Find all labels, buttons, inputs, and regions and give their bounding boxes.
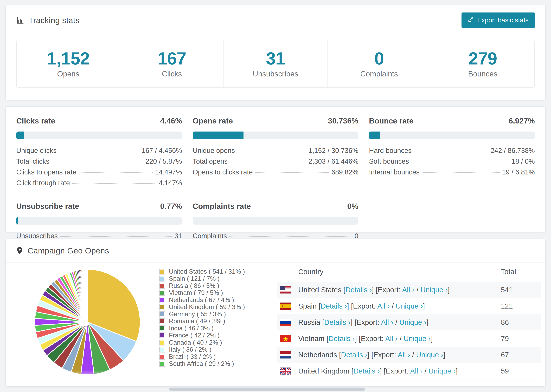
stat-row: Unique opens1,152 / 30.736% [193, 147, 359, 158]
dotted-leader [255, 172, 329, 173]
dotted-leader [422, 172, 500, 173]
summary-stat-value: 31 [266, 49, 285, 68]
country-flag-de [280, 382, 291, 386]
country-cell: United Kingdom [Details ›] [Export: All … [277, 367, 501, 375]
stat-row-value: 2,303 / 61.446% [309, 158, 358, 165]
export-basic-stats-button[interactable]: Export basic stats [461, 13, 535, 28]
stat-row-label: Unique opens [193, 147, 235, 154]
rate-value: 0% [347, 202, 358, 211]
rate-header: Bounce rate6.927% [369, 117, 535, 125]
details-link[interactable]: Details › [353, 367, 380, 375]
rate-block: Opens rate30.736%Unique opens1,152 / 30.… [193, 117, 359, 190]
legend-swatch [159, 354, 165, 360]
page-title: Tracking stats [28, 15, 80, 25]
legend-swatch [159, 283, 165, 289]
country-links: Vietnam [Details ›] [Export: All › / Uni… [298, 335, 433, 343]
legend-label: India ( 46 / 3% ) [169, 325, 213, 332]
table-row: United States [Details ›] [Export: All ›… [277, 282, 541, 298]
country-links: Netherlands [Details ›] [Export: All › /… [298, 351, 445, 359]
geo-title-wrap: Campaign Geo Opens [16, 246, 109, 255]
legend-item: Canada ( 40 / 2% ) [159, 339, 245, 346]
country-name: Russia [298, 318, 320, 326]
table-row: Spain [Details ›] [Export: All › / Uniqu… [277, 298, 541, 314]
rate-value: 6.927% [509, 117, 535, 125]
rate-value: 0.77% [160, 202, 182, 211]
legend-label: Germany ( 55 / 3% ) [169, 311, 226, 318]
rate-title: Complaints rate [193, 202, 251, 211]
stat-row: Soft bounces18 / 0% [369, 158, 535, 168]
legend-label: United Kingdom ( 59 / 3% ) [169, 303, 245, 311]
export-unique-link[interactable]: Unique › [404, 335, 431, 343]
legend-label: South Africa ( 29 / 2% ) [169, 360, 234, 367]
details-link[interactable]: Details › [324, 318, 351, 326]
column-header-country: Country [277, 268, 501, 276]
dotted-leader [52, 162, 143, 162]
summary-stat-value: 279 [468, 49, 497, 68]
rate-value: 30.736% [328, 117, 359, 125]
dotted-leader [414, 151, 488, 151]
export-all-link[interactable]: All › [402, 286, 414, 294]
export-all-link[interactable]: All › [410, 367, 423, 375]
export-all-link[interactable]: All › [398, 351, 410, 359]
legend-item: Spain ( 121 / 7% ) [159, 275, 245, 282]
export-unique-link[interactable]: Unique › [396, 302, 423, 310]
tracking-stats-card: Tracking stats Export basic stats 1,152O… [6, 5, 545, 100]
legend-item: France ( 42 / 2% ) [159, 332, 245, 339]
progress-bar [369, 132, 535, 139]
country-name: United Kingdom [298, 367, 349, 375]
legend-item: Germany ( 55 / 3% ) [159, 311, 245, 318]
country-total: 86 [501, 318, 541, 327]
legend-item: Italy ( 36 / 2% ) [159, 346, 245, 353]
export-unique-link[interactable]: Unique › [399, 318, 427, 326]
pie-svg [33, 267, 142, 377]
stat-row-value: 4.147% [159, 179, 182, 187]
tracking-stats-title: Tracking stats [16, 15, 80, 25]
summary-stat-value: 1,152 [47, 49, 90, 68]
stat-row: Clicks to opens rate14.497% [16, 168, 182, 179]
stat-row-value: 1,152 / 30.736% [309, 147, 358, 154]
details-link[interactable]: Details › [346, 286, 372, 294]
details-link[interactable]: Details › [329, 335, 355, 343]
legend-swatch [159, 290, 165, 296]
geo-header: Campaign Geo Opens [6, 239, 545, 263]
rates-grid: Clicks rate4.46%Unique clicks167 / 4.456… [6, 106, 545, 253]
country-flag-ru [280, 319, 291, 326]
legend-swatch [159, 361, 165, 367]
details-link[interactable]: Details › [341, 351, 367, 359]
stat-row-value: 242 / 86.738% [491, 147, 535, 154]
export-unique-link[interactable]: Unique › [416, 351, 443, 359]
column-header-total: Total [501, 268, 541, 276]
export-icon [468, 16, 474, 24]
export-all-link[interactable]: All › [377, 302, 390, 310]
rates-card: Clicks rate4.46%Unique clicks167 / 4.456… [6, 106, 545, 232]
summary-stat-label: Complaints [360, 70, 398, 78]
summary-stat-cell: 167Clicks [120, 40, 224, 87]
country-total: 59 [501, 367, 541, 375]
legend-item: Russia ( 86 / 5% ) [159, 282, 245, 289]
legend-swatch [159, 340, 165, 345]
summary-stat-value: 167 [158, 49, 186, 68]
legend-item: India ( 46 / 3% ) [159, 325, 245, 332]
export-unique-link[interactable]: Unique › [420, 286, 448, 294]
legend-swatch [159, 297, 165, 303]
legend-label: Vietnam ( 79 / 5% ) [169, 289, 223, 296]
summary-stat-cell: 1,152Opens [17, 40, 120, 87]
export-all-link[interactable]: All › [385, 335, 397, 343]
stat-row-value: 220 / 5.87% [145, 158, 182, 165]
details-link[interactable]: Details › [321, 302, 347, 310]
export-unique-link[interactable]: Unique › [429, 367, 456, 375]
legend-item: Romania ( 49 / 3% ) [159, 318, 245, 325]
rate-header: Unsubscribe rate0.77% [16, 202, 182, 211]
geo-pie-chart [33, 267, 142, 377]
legend-label: France ( 42 / 2% ) [169, 332, 219, 339]
geo-table-header: Country Total [277, 263, 541, 282]
dotted-leader [411, 162, 509, 162]
export-all-link[interactable]: All › [381, 318, 393, 326]
stat-row: Opens to clicks rate689.82% [193, 168, 359, 179]
summary-stat-cell: 0Complaints [327, 40, 431, 87]
dotted-leader [237, 151, 306, 151]
pie-slice [87, 269, 87, 322]
legend-item: Vietnam ( 79 / 5% ) [159, 289, 245, 297]
horizontal-scrollbar-thumb[interactable] [169, 388, 365, 391]
summary-stats-group: 1,152Opens167Clicks31Unsubscribes0Compla… [16, 40, 535, 88]
